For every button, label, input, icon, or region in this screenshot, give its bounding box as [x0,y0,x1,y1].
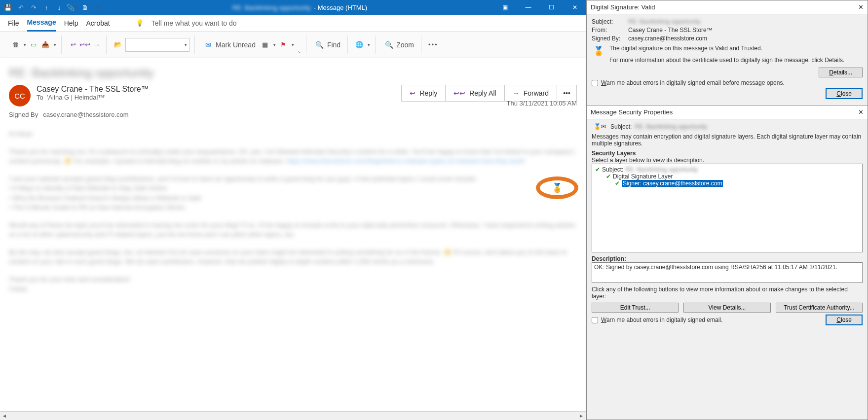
sig-msg-info: For more information about the certifica… [609,57,844,64]
sec-subject-value: RE: Backlinking opportunity [635,123,707,130]
sec-intro: Messages may contain encryption and digi… [592,133,863,147]
sig-subject-value: RE: Backlinking opportunity [628,18,701,25]
description-box: OK: Signed by casey.crane@thesslstore.co… [592,262,863,283]
next-icon[interactable]: ↓ [54,2,64,12]
tab-help[interactable]: Help [64,15,78,32]
sig-subject-label: Subject: [592,18,624,25]
more-actions-button[interactable]: ••• [557,85,577,102]
archive-icon[interactable]: ▭ [29,40,38,49]
replyall-icon[interactable]: ↩↩ [80,40,89,49]
from-name: Casey Crane - The SSL Store™ [37,85,395,94]
close-icon[interactable]: ✕ [564,0,586,15]
moveto-icon[interactable]: 📥 [41,40,50,49]
trust-ca-button[interactable]: Trust Certificate Authority... [776,303,863,313]
tree-subject-label[interactable]: Subject: [602,166,623,173]
sec-close-button[interactable]: Close [826,315,863,325]
sig-from-label: From: [592,27,624,34]
flag-icon[interactable]: ⚑ [279,40,288,49]
sec-panel-title: Message Security Properties [591,108,673,116]
avatar: CC [9,85,31,106]
warn-errors-checkbox[interactable] [592,80,598,86]
undo-icon[interactable]: ↶ [16,2,26,12]
sig-from-value: Casey Crane - The SSL Store™ [628,27,713,34]
title-bar: 💾 ↶ ↷ ↑ ↓ 📎▾ 🗎 ▾ RE: Backlinking opportu… [0,0,586,15]
reply-icon[interactable]: ↩ [69,40,77,49]
tab-file[interactable]: File [8,15,19,32]
to-value: 'Alina G | Heimdal™' [47,94,106,101]
sec-panel-close-icon[interactable]: ✕ [858,108,864,116]
tab-acrobat[interactable]: Acrobat [86,15,110,32]
signed-by-value: casey.crane@thesslstore.com [43,111,128,118]
tab-message[interactable]: Message [27,15,56,32]
reply-button[interactable]: ↩Reply [401,85,446,102]
ribbon-award-icon: 🏅 [592,45,605,64]
redo-icon[interactable]: ↷ [29,2,38,12]
message-body: Hi Alina! Thank you for reaching out. It… [0,120,586,411]
security-layers-tree[interactable]: ✔ Subject: RE: Backlinking opportunity ✔… [592,164,863,252]
forward-icon[interactable]: → [92,40,101,49]
minimize-icon[interactable]: — [517,0,539,15]
forward-button[interactable]: →Forward [505,85,557,102]
find-button[interactable]: 🔍Find [313,39,342,50]
maximize-icon[interactable]: ☐ [540,0,563,15]
move-dropdown[interactable]: ▾ [125,38,189,52]
dialog-launcher-icon[interactable]: ↘ [297,49,301,54]
tree-signer[interactable]: Signer: casey.crane@thesslstore.com [622,180,723,187]
popout-icon[interactable]: ▣ [494,0,516,15]
menu-tabs: File Message Help Acrobat 💡 Tell me what… [0,15,586,32]
to-label: To [37,94,43,101]
qat-more-icon[interactable]: ▾ [93,2,103,12]
reply-all-button[interactable]: ↩↩Reply All [446,85,504,102]
edit-trust-button[interactable]: Edit Trust... [592,303,679,313]
ribbon: 🗑▾ ▭ 📥▾ ↩ ↩↩ → 📂 ▾ ✉Mark Unread ▦▾ ⚑▾ ↘ … [0,32,586,58]
translate-icon[interactable]: 🌐 [355,40,364,49]
bulb-icon: 💡 [136,19,144,27]
sig-signedby-value: casey.crane@thesslstore.com [628,35,707,42]
sig-close-button[interactable]: Close [826,88,863,99]
sig-signedby-label: Signed By: [592,35,624,42]
sec-subject-label: Subject: [610,123,632,130]
message-subject: RE: Backlinking opportunity [9,66,577,80]
sig-msg-valid: The digital signature on this message is… [609,45,844,52]
more-icon[interactable]: ••• [428,41,438,48]
zoom-button[interactable]: 🔍Zoom [382,39,416,50]
horizontal-scrollbar[interactable]: ◄► [0,411,586,420]
signed-by-label: Signed By [9,111,38,118]
warn-errors-label: Warn me about errors in digitally signed… [601,79,785,86]
security-layers-hint: Select a layer below to view its descrip… [592,157,863,164]
sig-panel-close-icon[interactable]: ✕ [858,3,864,11]
window-title: RE: Backlinking opportunity - Message (H… [106,4,494,11]
moveto-folder-icon[interactable]: 📂 [113,40,122,49]
prev-icon[interactable]: ↑ [41,2,51,12]
categorize-icon[interactable]: ▦ [261,40,269,49]
view-details-button[interactable]: View Details... [683,303,770,313]
details-button[interactable]: Details... [819,68,863,77]
delete-icon[interactable]: 🗑 [11,40,20,49]
tree-layer[interactable]: Digital Signature Layer [613,173,673,180]
save-icon[interactable]: 💾 [3,2,13,12]
sig-panel-title: Digital Signature: Valid [591,3,655,11]
security-layers-label: Security Layers [592,150,863,157]
sec-hint2: Click any of the following buttons to vi… [592,286,863,300]
attach-icon[interactable]: 📎▾ [67,2,77,12]
tellme-input[interactable]: Tell me what you want to do [151,19,237,27]
signed-envelope-icon: 🏅✉ [592,123,607,130]
mark-unread-button[interactable]: ✉Mark Unread [202,39,258,50]
print-icon[interactable]: 🗎 [80,2,90,12]
description-label: Description: [592,255,863,262]
